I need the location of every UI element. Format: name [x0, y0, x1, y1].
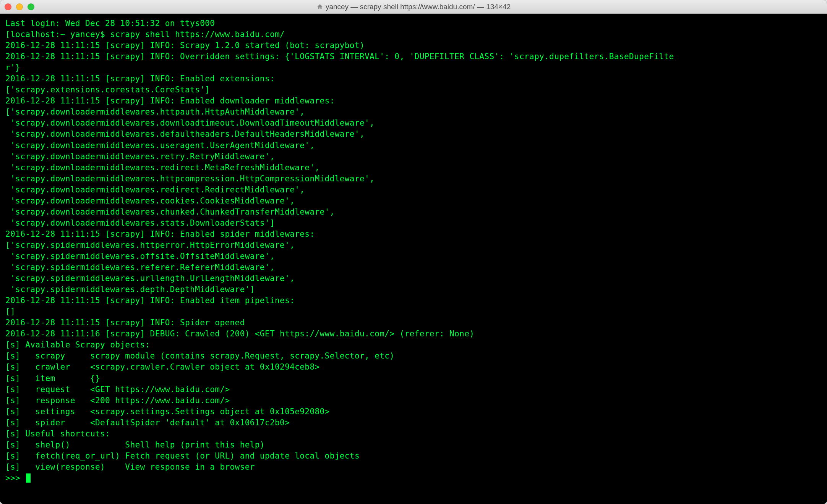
terminal-line: 2016-12-28 11:11:15 [scrapy] INFO: Overr… — [5, 51, 822, 62]
terminal-line: 'scrapy.downloadermiddlewares.downloadti… — [5, 117, 822, 128]
terminal-window: yancey — scrapy shell https://www.baidu.… — [0, 0, 827, 504]
terminal-line: 'scrapy.spidermiddlewares.offsite.Offsit… — [5, 250, 822, 262]
terminal-line: Last login: Wed Dec 28 10:51:32 on ttys0… — [5, 18, 822, 29]
terminal-line: [s] view(response) View response in a br… — [5, 461, 822, 472]
minimize-button[interactable] — [16, 3, 23, 10]
terminal-line: [] — [5, 306, 822, 317]
terminal-line: [s] fetch(req_or_url) Fetch request (or … — [5, 450, 822, 461]
terminal-line: 'scrapy.downloadermiddlewares.httpcompre… — [5, 173, 822, 184]
terminal-line: 'scrapy.downloadermiddlewares.useragent.… — [5, 140, 822, 151]
home-icon — [316, 3, 323, 10]
terminal-prompt[interactable]: >>> — [5, 472, 822, 483]
traffic-lights — [5, 3, 34, 10]
close-button[interactable] — [5, 3, 11, 10]
terminal-line: 'scrapy.downloadermiddlewares.redirect.R… — [5, 184, 822, 195]
window-title-text: yancey — scrapy shell https://www.baidu.… — [326, 3, 511, 11]
terminal-line: 2016-12-28 11:11:15 [scrapy] INFO: Enabl… — [5, 95, 822, 106]
terminal-line: 2016-12-28 11:11:15 [scrapy] INFO: Enabl… — [5, 228, 822, 239]
terminal-line: 2016-12-28 11:11:15 [scrapy] INFO: Enabl… — [5, 73, 822, 84]
terminal-line: 2016-12-28 11:11:15 [scrapy] INFO: Enabl… — [5, 295, 822, 306]
terminal-line: ['scrapy.downloadermiddlewares.httpauth.… — [5, 106, 822, 117]
terminal-line: ['scrapy.spidermiddlewares.httperror.Htt… — [5, 239, 822, 250]
terminal-line: [s] Available Scrapy objects: — [5, 339, 822, 350]
terminal-line: r'} — [5, 62, 822, 73]
terminal-line: 'scrapy.spidermiddlewares.referer.Refere… — [5, 262, 822, 273]
terminal-line: 2016-12-28 11:11:16 [scrapy] DEBUG: Craw… — [5, 328, 822, 339]
terminal-line: 'scrapy.spidermiddlewares.depth.DepthMid… — [5, 284, 822, 295]
terminal-line: [s] Useful shortcuts: — [5, 428, 822, 439]
terminal-line: [s] crawler <scrapy.crawler.Crawler obje… — [5, 361, 822, 372]
cursor — [26, 473, 31, 483]
fullscreen-button[interactable] — [28, 3, 34, 10]
terminal-line: 'scrapy.downloadermiddlewares.stats.Down… — [5, 217, 822, 228]
titlebar: yancey — scrapy shell https://www.baidu.… — [0, 0, 827, 14]
terminal-line: [s] settings <scrapy.settings.Settings o… — [5, 406, 822, 417]
terminal-line: [localhost:~ yancey$ scrapy shell https:… — [5, 29, 822, 40]
terminal-body[interactable]: Last login: Wed Dec 28 10:51:32 on ttys0… — [0, 14, 827, 504]
terminal-line: [s] item {} — [5, 373, 822, 384]
terminal-line: 2016-12-28 11:11:15 [scrapy] INFO: Spide… — [5, 317, 822, 328]
prompt-text: >>> — [5, 473, 25, 483]
terminal-line: 'scrapy.spidermiddlewares.urllength.UrlL… — [5, 273, 822, 284]
terminal-line: 'scrapy.downloadermiddlewares.cookies.Co… — [5, 195, 822, 206]
terminal-line: 'scrapy.downloadermiddlewares.chunked.Ch… — [5, 206, 822, 217]
terminal-line: ['scrapy.extensions.corestats.CoreStats'… — [5, 84, 822, 95]
terminal-line: [s] response <200 https://www.baidu.com/… — [5, 395, 822, 406]
terminal-line: [s] shelp() Shell help (print this help) — [5, 439, 822, 450]
terminal-line: 'scrapy.downloadermiddlewares.redirect.M… — [5, 162, 822, 173]
window-title: yancey — scrapy shell https://www.baidu.… — [0, 3, 827, 11]
terminal-line: [s] request <GET https://www.baidu.com/> — [5, 384, 822, 395]
terminal-line: 'scrapy.downloadermiddlewares.retry.Retr… — [5, 151, 822, 162]
terminal-line: [s] scrapy scrapy module (contains scrap… — [5, 350, 822, 361]
terminal-line: 'scrapy.downloadermiddlewares.defaulthea… — [5, 128, 822, 139]
terminal-line: 2016-12-28 11:11:15 [scrapy] INFO: Scrap… — [5, 40, 822, 51]
terminal-line: [s] spider <DefaultSpider 'default' at 0… — [5, 417, 822, 428]
